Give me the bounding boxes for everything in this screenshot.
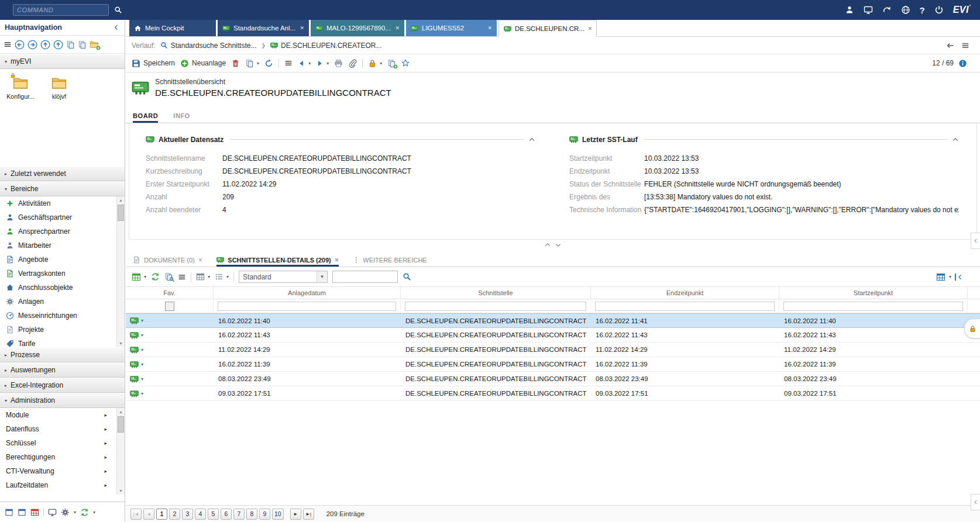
section-myevi[interactable]: ▾ myEVI (0, 54, 125, 69)
info-icon[interactable] (958, 59, 967, 68)
list-layout-button[interactable]: ▾ (215, 272, 229, 281)
nav-up-icon[interactable] (40, 40, 50, 50)
table-layout-button[interactable]: ▾ (196, 272, 210, 281)
red-table-icon[interactable] (30, 508, 39, 517)
scrollbar-thumb[interactable] (118, 205, 124, 221)
search-icon[interactable] (403, 272, 411, 281)
page-button-10[interactable]: 10 (272, 509, 284, 520)
chevron-down-icon[interactable]: ▼ (317, 271, 327, 282)
tab-weitere-bereiche[interactable]: ⋮ WEITERE BEREICHE (353, 256, 427, 267)
row-menu-caret-icon[interactable]: ▾ (141, 318, 143, 323)
refresh-icon[interactable] (264, 59, 273, 68)
export-table-icon[interactable] (936, 272, 945, 282)
delete-icon[interactable] (231, 59, 240, 68)
sidebar-item-cti-verwaltung[interactable]: CTI-Verwaltung ▸ (0, 464, 125, 478)
favorite-star-icon[interactable] (401, 59, 410, 67)
dropdown-caret-icon[interactable]: ▾ (949, 274, 951, 279)
column-header-fav[interactable]: Fav. (126, 287, 214, 299)
save-button[interactable]: Speichern (132, 59, 175, 68)
user-icon[interactable] (845, 5, 854, 15)
search-in-list-button[interactable] (164, 272, 173, 281)
next-record-button[interactable]: ▾ (316, 60, 329, 67)
page-button-4[interactable]: 4 (195, 509, 206, 520)
logout-power-icon[interactable] (934, 5, 944, 15)
collapse-panel-icon[interactable] (528, 136, 535, 143)
lock-button[interactable]: ▾ (368, 59, 382, 68)
close-icon[interactable]: ✕ (300, 25, 304, 31)
nav-forward-icon[interactable] (27, 40, 37, 50)
menu-icon[interactable] (178, 273, 186, 281)
scroll-down-icon[interactable]: ▼ (117, 487, 125, 495)
breadcrumb-de-schleupen[interactable]: DE.SCHLEUPEN.CREATEOR... (270, 42, 381, 50)
dropdown-caret-icon[interactable]: ▾ (74, 510, 76, 515)
column-header-anlagedatum[interactable]: Anlagedatum (214, 287, 401, 299)
add-document-button[interactable] (387, 59, 396, 68)
grid-view-button[interactable]: ▾ (132, 272, 146, 282)
page-button-1[interactable]: 1 (156, 509, 167, 520)
section-prozesse[interactable]: ▸ Prozesse (0, 347, 125, 362)
sidebar-menu-icon[interactable] (4, 40, 12, 49)
tab-mein-cockpit[interactable]: Mein Cockpit (129, 20, 216, 36)
window-icon[interactable] (18, 508, 26, 517)
row-menu-caret-icon[interactable]: ▾ (141, 333, 143, 338)
table-row[interactable]: ▾ 16.02.2022 11:40 DE.SCHLEUPEN.CREATEOR… (126, 313, 980, 328)
last-page-button[interactable]: ►| (303, 509, 314, 520)
nav-back-icon[interactable] (15, 40, 25, 50)
section-administration[interactable]: ▾ Administration (0, 393, 125, 408)
command-input[interactable] (13, 4, 109, 16)
page-button-5[interactable]: 5 (208, 509, 219, 520)
table-row[interactable]: ▾ 09.03.2022 17:51 DE.SCHLEUPEN.CREATEOR… (126, 386, 980, 401)
filter-input-endzeitpunkt[interactable] (595, 302, 775, 311)
sidebar-item-berechtigungen[interactable]: Berechtigungen ▸ (0, 450, 125, 464)
redo-icon[interactable] (882, 5, 892, 15)
close-icon[interactable]: ✕ (198, 257, 203, 263)
table-row[interactable]: ▾ 08.03.2022 23:49 DE.SCHLEUPEN.CREATEOR… (126, 372, 980, 386)
table-row[interactable]: ▾ 16.02.2022 11:39 DE.SCHLEUPEN.CREATEOR… (126, 357, 980, 372)
tab-info[interactable]: INFO (173, 112, 190, 123)
previous-record-button[interactable]: ▾ (298, 60, 311, 67)
sidebar-item-laufzeitdaten[interactable]: Laufzeitdaten ▸ (0, 478, 125, 492)
close-icon[interactable]: ✕ (588, 26, 593, 32)
scroll-up-icon[interactable]: ▲ (117, 408, 125, 416)
history-menu-icon[interactable] (961, 42, 969, 50)
copy-button[interactable]: ▾ (245, 59, 259, 68)
table-row[interactable]: ▾ 16.02.2022 11:43 DE.SCHLEUPEN.CREATEOR… (126, 328, 980, 343)
tab-standardsuche[interactable]: Standardsuche Anl... ✕ (218, 20, 309, 36)
fav-filter-checkbox[interactable] (165, 302, 174, 311)
column-header-schnittstelle[interactable]: Schnittstelle (401, 287, 591, 299)
sidebar-item-schluessel[interactable]: Schlüssel ▸ (0, 436, 125, 450)
help-icon[interactable]: ? (920, 6, 925, 15)
bereiche-scrollbar[interactable]: ▲ ▼ (116, 196, 125, 347)
filter-input-schnittstelle[interactable] (405, 302, 586, 311)
page-button-9[interactable]: 9 (259, 509, 270, 520)
network-globe-icon[interactable] (901, 5, 910, 15)
sync-icon[interactable] (151, 272, 160, 281)
monitor-icon[interactable] (48, 508, 57, 517)
sync-icon[interactable] (80, 508, 89, 517)
page-button-6[interactable]: 6 (221, 509, 232, 520)
row-menu-caret-icon[interactable]: ▾ (141, 347, 143, 352)
sidebar-item-aktivitaeten[interactable]: Aktivitäten (0, 196, 125, 210)
splitter-up-icon[interactable] (544, 241, 551, 248)
collapse-bottom-panel-icon[interactable] (971, 494, 980, 510)
sidebar-item-tarife[interactable]: Tarife (0, 337, 125, 347)
tab-schnittstellen-details[interactable]: SCHNITTSTELLEN-DETAILS (209) ✕ (216, 256, 339, 267)
gear-icon[interactable] (61, 508, 70, 517)
page-button-3[interactable]: 3 (182, 509, 193, 520)
tab-de-schleupen-active[interactable]: DE.SCHLEUPEN.CR... ✕ (498, 20, 597, 37)
sidebar-item-projekte[interactable]: Projekte (0, 323, 125, 337)
new-folder-icon[interactable] (90, 40, 99, 49)
page-button-8[interactable]: 8 (246, 509, 257, 520)
dropdown-caret-icon[interactable]: ▾ (93, 510, 95, 515)
panel-splitter[interactable] (126, 240, 980, 250)
row-menu-caret-icon[interactable]: ▾ (141, 376, 143, 382)
close-icon[interactable]: ✕ (395, 25, 400, 31)
tab-dokumente[interactable]: DOKUMENTE (0) ✕ (133, 256, 202, 267)
menu-icon[interactable] (284, 59, 293, 67)
history-back-icon[interactable] (946, 42, 954, 50)
column-header-endzeitpunkt[interactable]: Endzeitpunkt (591, 287, 779, 299)
tab-ligumess52[interactable]: LIGUMESS52 ✕ (406, 20, 497, 36)
collapse-panel-left-icon[interactable] (955, 274, 964, 281)
sidebar-item-datenfluss[interactable]: Datenfluss ▸ (0, 422, 125, 436)
sidebar-item-geschaeftspartner[interactable]: Geschäftspartner (0, 210, 125, 224)
